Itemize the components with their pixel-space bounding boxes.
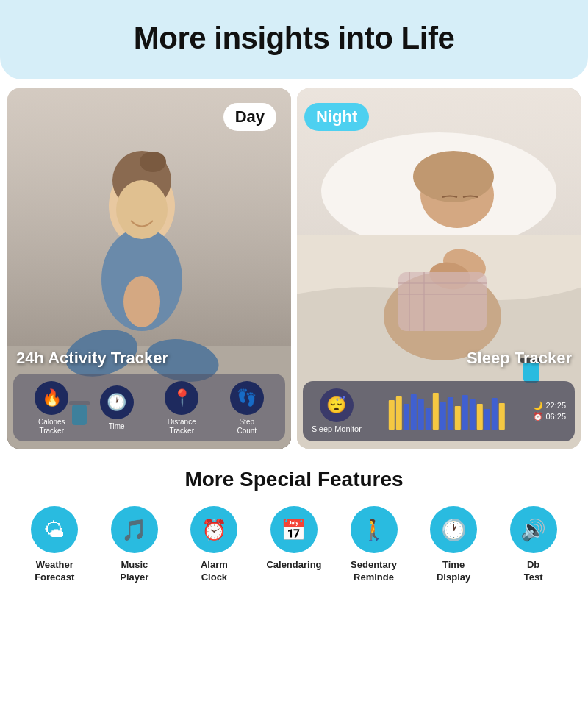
activity-bar: 🔥 CaloriesTracker 🕐 Time 📍 DistanceTrack… [13,374,285,441]
music-player-icon: 🎵 [111,506,158,553]
sleep-bar: 😴 Sleep Monitor [303,381,575,441]
calories-tracker-item: 🔥 CaloriesTracker [35,381,68,435]
feature-calendaring: 📅 Calendaring [261,506,327,572]
moon-icon: 🌙 [533,401,543,410]
svg-rect-42 [484,409,490,430]
header-section: More insights into Life [0,0,588,79]
step-label: StepCount [237,418,257,435]
svg-point-5 [123,276,160,327]
weather-forecast-label: WeatherForecast [35,559,74,584]
step-icon: 👣 [230,381,264,415]
feature-weather-forecast: 🌤 WeatherForecast [21,506,87,584]
svg-rect-38 [455,406,461,430]
time-icon: 🕐 [100,385,134,419]
weather-forecast-icon: 🌤 [31,506,78,553]
feature-alarm-clock: ⏰ AlarmClock [181,506,247,584]
images-row: Day 24h Activity Tracker 🔥 CaloriesTrack… [0,88,588,449]
time-display-label: TimeDisplay [437,559,470,584]
sleep-end-time: ⏰ 06:25 [533,412,566,421]
sedentary-icon: 🚶 [351,506,398,553]
day-card: Day 24h Activity Tracker 🔥 CaloriesTrack… [7,88,291,449]
svg-rect-41 [477,404,483,430]
svg-rect-44 [499,403,505,430]
svg-point-10 [116,180,168,239]
svg-rect-39 [462,395,468,430]
calories-icon: 🔥 [35,381,68,415]
activity-tracker-title: 24h Activity Tracker [16,349,168,368]
alarm-clock-label: AlarmClock [201,559,228,584]
sleep-times: 🌙 22:25 ⏰ 06:25 [533,401,566,421]
distance-icon: 📍 [165,381,198,415]
calendaring-icon: 📅 [270,506,318,553]
step-count-item: 👣 StepCount [230,381,264,435]
svg-rect-30 [396,396,402,430]
features-section: More Special Features 🌤 WeatherForecast … [0,460,588,599]
svg-rect-37 [448,397,453,430]
night-card: Night Sleep Tracker 😴 Sleep Monitor [297,88,581,449]
sleep-start-time: 🌙 22:25 [533,401,566,410]
svg-rect-35 [433,393,439,430]
time-label: Time [109,422,125,431]
db-test-icon: 🔊 [510,506,557,553]
svg-rect-43 [492,398,498,430]
distance-label: DistanceTracker [168,418,196,435]
svg-rect-33 [418,399,424,430]
time-display-icon: 🕐 [430,506,477,553]
sedentary-label: SedentaryReminde [351,559,397,584]
svg-rect-22 [398,272,487,331]
features-icons-row: 🌤 WeatherForecast 🎵 MusicPlayer ⏰ AlarmC… [15,506,573,584]
feature-time-display: 🕐 TimeDisplay [420,506,487,584]
db-test-label: DbTest [524,559,543,584]
time-item: 🕐 Time [100,385,134,431]
night-label: Night [304,103,369,131]
calories-label: CaloriesTracker [38,418,65,435]
music-player-label: MusicPlayer [120,559,148,584]
page-title: More insights into Life [29,21,559,56]
distance-tracker-item: 📍 DistanceTracker [165,381,198,435]
sleep-monitor-icon: 😴 [320,388,354,422]
svg-rect-40 [470,399,476,430]
feature-music-player: 🎵 MusicPlayer [101,506,168,584]
day-label: Day [223,103,276,131]
svg-rect-31 [404,404,409,430]
svg-rect-36 [440,402,446,430]
svg-rect-34 [426,408,431,430]
sleep-chart [369,393,526,430]
svg-point-18 [413,151,494,202]
sleep-monitor-label: Sleep Monitor [312,424,362,434]
calendaring-label: Calendaring [266,559,321,572]
svg-rect-32 [411,394,417,430]
feature-sedentary-reminde: 🚶 SedentaryReminde [341,506,407,584]
features-title: More Special Features [15,468,573,491]
feature-db-test: 🔊 DbTest [501,506,567,584]
alarm-clock-icon: ⏰ [190,506,237,553]
alarm-icon: ⏰ [533,412,543,421]
svg-point-9 [140,152,166,172]
sleep-tracker-title: Sleep Tracker [467,349,572,368]
svg-rect-29 [389,400,395,430]
